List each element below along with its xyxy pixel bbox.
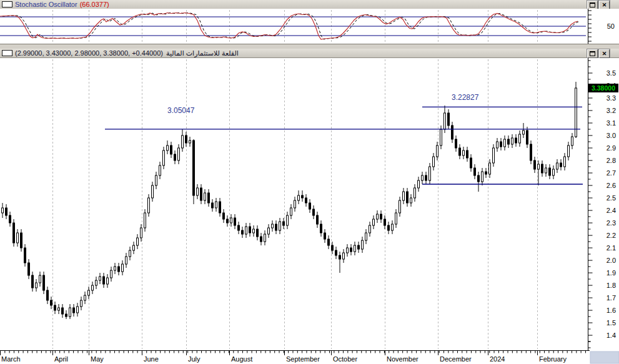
candle-body bbox=[275, 224, 277, 230]
month-label: May bbox=[91, 355, 104, 363]
candle-body bbox=[500, 142, 502, 147]
maximize-button[interactable] bbox=[587, 1, 598, 9]
candle-body bbox=[568, 145, 570, 157]
candle-body bbox=[380, 214, 382, 219]
candle-body bbox=[429, 167, 431, 180]
month-label: April bbox=[54, 355, 68, 363]
price-tick-label: 1.7 bbox=[607, 294, 616, 302]
stochastic-plot-area[interactable] bbox=[0, 9, 586, 44]
candle-body bbox=[474, 168, 476, 175]
price-tick-label: 1.9 bbox=[607, 269, 616, 277]
candle-body bbox=[92, 285, 94, 290]
candle-body bbox=[294, 200, 296, 208]
oscillator-title: Stochastic Oscillator bbox=[15, 1, 77, 8]
month-label: September bbox=[286, 355, 320, 363]
candle-body bbox=[350, 248, 352, 252]
candle-body bbox=[493, 148, 495, 163]
candle-body bbox=[242, 230, 244, 234]
indicator-color-box-icon[interactable] bbox=[2, 1, 12, 7]
candle-body bbox=[410, 198, 412, 203]
close-button[interactable]: ✕ bbox=[599, 1, 610, 9]
candle-body bbox=[171, 145, 172, 154]
candle-body bbox=[24, 248, 26, 263]
candle-body bbox=[463, 150, 465, 155]
candle-body bbox=[28, 263, 30, 275]
month-label: February bbox=[539, 355, 567, 363]
candle-body bbox=[485, 172, 487, 174]
month-label: October bbox=[333, 355, 357, 363]
maximize-icon bbox=[590, 51, 595, 56]
candle-body bbox=[103, 277, 105, 284]
candle-body bbox=[88, 290, 90, 295]
candle-body bbox=[182, 135, 184, 148]
candle-body bbox=[452, 125, 453, 139]
candle-body bbox=[373, 219, 375, 225]
price-axis[interactable]: 3.53.43.33.23.13.02.92.82.72.62.52.42.32… bbox=[586, 58, 619, 350]
candle-body bbox=[223, 213, 225, 219]
price-tick-label: 1.4 bbox=[607, 332, 616, 339]
candle-body bbox=[530, 144, 532, 160]
candle-body bbox=[455, 139, 457, 148]
candle-body bbox=[73, 308, 75, 313]
candle-body bbox=[305, 198, 307, 203]
trendline-label: 3.05047 bbox=[167, 106, 195, 115]
candle-body bbox=[497, 142, 498, 148]
candle-body bbox=[6, 208, 7, 215]
candle-body bbox=[167, 145, 169, 150]
close-icon: ✕ bbox=[602, 2, 607, 8]
price-tick-label: 3.1 bbox=[607, 119, 616, 127]
maximize-icon bbox=[590, 2, 595, 7]
price-tick-label: 2.8 bbox=[607, 157, 616, 164]
candle-body bbox=[335, 250, 337, 255]
stochastic-chart[interactable] bbox=[0, 9, 586, 44]
candle-body bbox=[328, 239, 330, 245]
candle-body bbox=[534, 160, 536, 169]
candle-body bbox=[414, 188, 416, 198]
candle-body bbox=[527, 130, 528, 144]
candle-body bbox=[369, 225, 371, 233]
candle-body bbox=[17, 233, 19, 243]
price-plot-area[interactable]: 3.050473.22827 bbox=[0, 58, 586, 350]
candle-body bbox=[178, 148, 180, 160]
close-button[interactable]: ✕ bbox=[599, 49, 610, 58]
date-axis[interactable]: MarchAprilMayJuneJulyAugustSeptemberOcto… bbox=[0, 350, 619, 364]
candle-body bbox=[279, 222, 281, 230]
candle-body bbox=[234, 218, 236, 225]
candle-body bbox=[418, 180, 420, 188]
month-label: December bbox=[440, 355, 472, 363]
candle-body bbox=[268, 228, 270, 234]
candle-body bbox=[107, 278, 109, 284]
candle-body bbox=[62, 308, 64, 314]
candle-body bbox=[257, 229, 259, 237]
candle-body bbox=[238, 225, 240, 230]
month-label: August bbox=[231, 355, 252, 363]
security-titlebar[interactable]: (2.99000, 3.43000, 2.98000, 3.38000, +0.… bbox=[0, 49, 619, 58]
candle-body bbox=[137, 238, 139, 245]
candle-body bbox=[212, 203, 214, 208]
candle-body bbox=[422, 175, 423, 180]
candle-body bbox=[51, 300, 52, 305]
price-tick-label: 2.5 bbox=[607, 194, 616, 202]
candle-body bbox=[245, 227, 247, 234]
candle-body bbox=[148, 198, 150, 213]
candle-body bbox=[152, 185, 154, 198]
month-label: November bbox=[387, 355, 418, 363]
price-tick-label: 3.3 bbox=[607, 94, 616, 102]
stochastic-axis-scale: 50 bbox=[586, 9, 619, 44]
candle-body bbox=[437, 145, 438, 157]
candle-body bbox=[347, 248, 349, 253]
candle-body bbox=[433, 157, 435, 167]
candle-body bbox=[283, 222, 285, 225]
candle-body bbox=[309, 203, 311, 209]
candle-body bbox=[365, 233, 367, 240]
oscillator-titlebar[interactable]: Stochastic Oscillator (66.0377) ✕ bbox=[0, 0, 619, 9]
maximize-button[interactable] bbox=[587, 49, 598, 58]
candle-body bbox=[508, 139, 510, 144]
candle-body bbox=[163, 150, 165, 165]
candlestick-chart[interactable]: 3.050473.22827 bbox=[0, 58, 586, 350]
price-color-box-icon[interactable] bbox=[2, 50, 12, 56]
stochastic-value-axis[interactable]: 50 bbox=[586, 9, 619, 44]
candle-body bbox=[114, 267, 116, 270]
candle-body bbox=[557, 163, 558, 169]
candle-body bbox=[260, 237, 262, 242]
